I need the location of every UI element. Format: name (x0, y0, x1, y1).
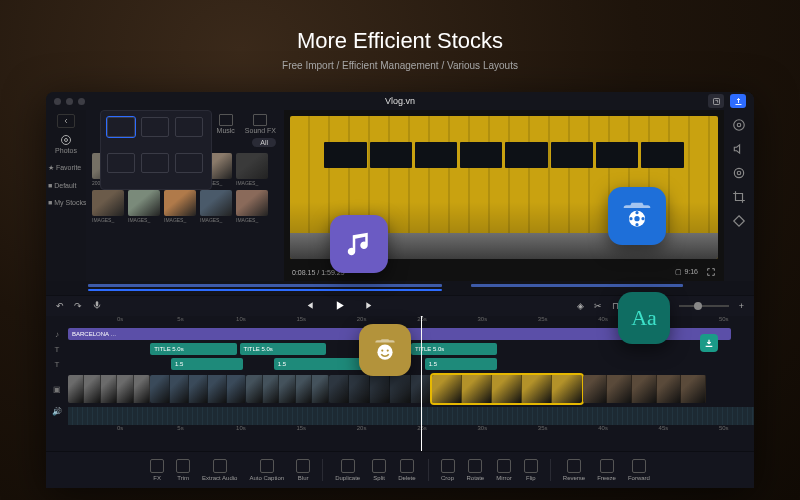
video-clip[interactable] (68, 375, 150, 403)
tool-color-icon[interactable] (732, 166, 746, 180)
svg-point-6 (737, 171, 741, 175)
media-thumb[interactable]: IMAGES_ (236, 153, 268, 186)
tool-row: FXTrimExtract AudioAuto CaptionBlurDupli… (46, 451, 754, 488)
video-clip[interactable] (432, 375, 583, 403)
tool-reverse[interactable]: Reverse (563, 459, 585, 481)
tool-crop[interactable]: Crop (441, 459, 455, 481)
svg-point-2 (61, 136, 70, 145)
play-icon[interactable] (333, 299, 346, 314)
media-thumb[interactable]: IMAGES_ (236, 190, 268, 223)
cut-icon[interactable]: ✂ (594, 301, 602, 311)
tool-adjust-icon[interactable] (732, 118, 746, 132)
media-thumb[interactable]: IMAGES_ (200, 190, 232, 223)
video-clip[interactable] (583, 375, 706, 403)
layout-opt-2[interactable] (141, 117, 169, 137)
share-button[interactable] (708, 94, 724, 108)
svg-point-1 (64, 139, 67, 142)
ruler-bottom: 0s5s10s15s20s25s30s35s40s45s50s (46, 425, 754, 435)
mic-icon[interactable] (92, 300, 102, 312)
back-button[interactable] (57, 114, 75, 128)
preview-device[interactable]: ▢ 9:16 (675, 268, 698, 276)
tab-soundfx[interactable]: Sound FX (245, 114, 276, 134)
overlay-clip[interactable]: 1.5 (425, 358, 498, 370)
tool-volume-icon[interactable] (732, 142, 746, 156)
overlay-text-icon: Aa (618, 292, 670, 344)
tool-fx[interactable]: FX (150, 459, 164, 481)
tool-mirror[interactable]: Mirror (496, 459, 512, 481)
titlebar: Vlog.vn (46, 92, 754, 110)
tool-forward[interactable]: Forward (628, 459, 650, 481)
svg-point-11 (629, 217, 632, 220)
svg-point-10 (635, 223, 638, 226)
svg-point-14 (381, 349, 383, 351)
media-tab-photos[interactable]: Photos (55, 134, 77, 154)
zoom-slider[interactable] (679, 305, 729, 307)
svg-point-15 (387, 349, 389, 351)
media-thumb[interactable]: IMAGES_ (92, 190, 124, 223)
layout-opt-4[interactable] (107, 153, 135, 173)
layout-opt-3[interactable] (175, 117, 203, 137)
headline: More Efficient Stocks (0, 28, 800, 54)
tool-trim[interactable]: Trim (176, 459, 190, 481)
prev-icon[interactable] (304, 300, 315, 313)
title-clip[interactable]: TITLE 5.0s (150, 343, 236, 355)
right-tools (724, 110, 754, 281)
svg-point-5 (734, 168, 743, 177)
overlay-music-icon (330, 215, 388, 273)
tool-split[interactable]: Split (372, 459, 386, 481)
folder-favorite[interactable]: ★ Favorite (46, 164, 88, 172)
title-clip[interactable]: TITLE 5.0s (411, 343, 497, 355)
svg-point-13 (377, 345, 392, 360)
tool-duplicate[interactable]: Duplicate (335, 459, 360, 481)
undo-icon[interactable]: ↶ (56, 301, 64, 311)
video-clip[interactable] (150, 375, 246, 403)
svg-rect-0 (713, 98, 719, 104)
svg-rect-16 (96, 301, 99, 306)
tool-crop-icon[interactable] (732, 190, 746, 204)
media-thumb[interactable]: IMAGES_ (128, 190, 160, 223)
filter-all[interactable]: All (252, 138, 276, 147)
layout-popover[interactable] (100, 110, 212, 190)
tool-freeze[interactable]: Freeze (597, 459, 616, 481)
playhead[interactable] (421, 316, 422, 451)
svg-point-4 (734, 120, 745, 131)
tab-music[interactable]: Music (217, 114, 235, 134)
tool-auto-caption[interactable]: Auto Caption (249, 459, 284, 481)
media-thumb[interactable]: IMAGES_ (164, 190, 196, 223)
folder-mystocks[interactable]: ■ My Stocks (46, 199, 88, 206)
svg-point-8 (634, 216, 639, 221)
next-icon[interactable] (364, 300, 375, 313)
video-clip[interactable] (246, 375, 328, 403)
marker-icon[interactable]: ◈ (577, 301, 584, 311)
tool-delete[interactable]: Delete (398, 459, 415, 481)
title-clip[interactable]: TITLE 5.0s (240, 343, 326, 355)
layout-opt-1[interactable] (107, 117, 135, 137)
fullscreen-icon[interactable] (706, 267, 716, 278)
overlay-clip[interactable]: 1.5 (171, 358, 244, 370)
zoom-in-icon[interactable]: + (739, 301, 744, 311)
folder-default[interactable]: ■ Default (46, 182, 88, 189)
tool-blur[interactable]: Blur (296, 459, 310, 481)
tool-flip[interactable]: Flip (524, 459, 538, 481)
svg-point-3 (737, 123, 741, 127)
overlay-video-icon (608, 187, 666, 245)
layout-opt-5[interactable] (141, 153, 169, 173)
media-tab-label: Photos (55, 147, 77, 154)
overlay-emoji-icon (359, 324, 411, 376)
tool-extract-audio[interactable]: Extract Audio (202, 459, 237, 481)
export-button[interactable] (730, 94, 746, 108)
corner-download-icon[interactable] (700, 334, 718, 352)
video-track[interactable]: ▣ (46, 373, 754, 405)
project-title: Vlog.vn (46, 96, 754, 106)
tagline: Free Import / Efficient Management / Var… (0, 60, 800, 71)
tool-key-icon[interactable] (732, 214, 746, 228)
svg-point-9 (635, 211, 638, 214)
svg-point-12 (641, 217, 644, 220)
tool-rotate[interactable]: Rotate (467, 459, 485, 481)
app-window: Vlog.vn Photos ★ Favorite ■ Default ■ My… (46, 92, 754, 488)
redo-icon[interactable]: ↷ (74, 301, 82, 311)
video-clip[interactable] (329, 375, 432, 403)
left-sidebar: Photos ★ Favorite ■ Default ■ My Stocks (46, 110, 86, 281)
layout-opt-6[interactable] (175, 153, 203, 173)
audio-track[interactable]: 🔊 (46, 407, 754, 425)
